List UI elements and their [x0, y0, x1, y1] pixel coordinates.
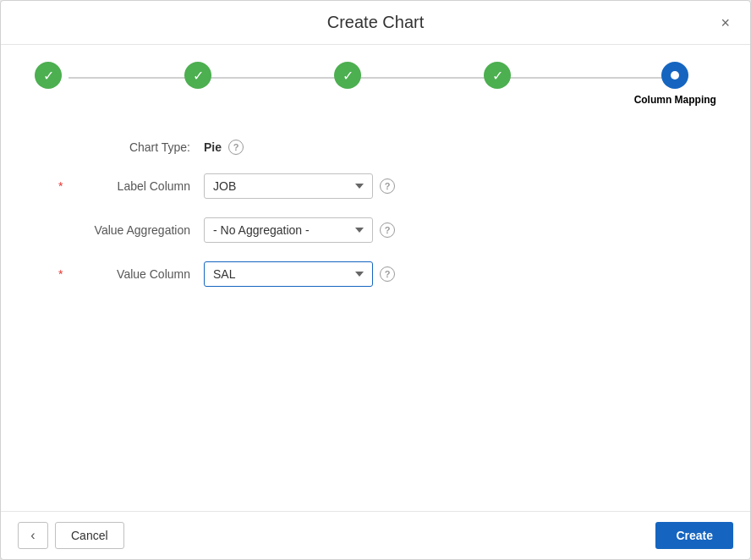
label-column-help-icon[interactable]: ? — [380, 178, 395, 194]
step-5-circle — [661, 62, 688, 89]
step-4: ✓ — [484, 62, 511, 94]
chart-type-value-group: Pie ? — [204, 140, 244, 155]
chart-type-label: Chart Type: — [52, 140, 204, 154]
step-2-checkmark: ✓ — [193, 68, 204, 84]
value-aggregation-help-icon[interactable]: ? — [380, 222, 395, 238]
step-5-label: Column Mapping — [634, 94, 716, 106]
step-1-circle: ✓ — [35, 62, 62, 89]
value-aggregation-value-group: - No Aggregation - ? — [204, 217, 395, 243]
dialog-footer: ‹ Cancel Create — [1, 511, 750, 559]
chart-type-row: Chart Type: Pie ? — [52, 140, 699, 155]
step-2-circle: ✓ — [184, 62, 211, 89]
label-column-row: * Label Column JOB ? — [52, 173, 699, 199]
dialog-header: Create Chart × — [1, 1, 750, 45]
value-column-value-group: SAL ? — [204, 261, 395, 287]
label-column-label: * Label Column — [52, 179, 204, 193]
step-5: Column Mapping — [634, 62, 716, 106]
step-4-checkmark: ✓ — [492, 68, 503, 84]
value-column-select[interactable]: SAL — [204, 261, 373, 287]
dialog-title: Create Chart — [327, 13, 425, 32]
label-column-value-group: JOB ? — [204, 173, 395, 199]
value-column-required: * — [58, 267, 63, 281]
value-column-label: * Value Column — [52, 267, 204, 281]
step-2: ✓ — [184, 62, 211, 94]
step-3-checkmark: ✓ — [343, 68, 354, 84]
create-button[interactable]: Create — [655, 522, 733, 549]
close-button[interactable]: × — [714, 12, 737, 34]
create-chart-dialog: Create Chart × ✓ ✓ ✓ — [0, 0, 751, 560]
value-aggregation-label: Value Aggregation — [52, 223, 204, 237]
value-column-row: * Value Column SAL ? — [52, 261, 699, 287]
footer-left: ‹ Cancel — [18, 522, 124, 549]
chart-type-value: Pie — [204, 140, 222, 154]
step-4-circle: ✓ — [484, 62, 511, 89]
label-column-required: * — [58, 179, 63, 193]
step-5-dot — [671, 71, 679, 80]
value-aggregation-row: Value Aggregation - No Aggregation - ? — [52, 217, 699, 243]
label-column-select[interactable]: JOB — [204, 173, 373, 199]
cancel-button[interactable]: Cancel — [55, 522, 124, 549]
chart-type-help-icon[interactable]: ? — [228, 140, 244, 155]
step-3: ✓ — [334, 62, 361, 94]
stepper-steps: ✓ ✓ ✓ ✓ — [35, 62, 716, 106]
form-body: Chart Type: Pie ? * Label Column JOB ? V… — [1, 114, 750, 511]
value-aggregation-select[interactable]: - No Aggregation - — [204, 217, 373, 243]
back-button[interactable]: ‹ — [18, 522, 48, 549]
step-1-checkmark: ✓ — [43, 68, 54, 84]
step-3-circle: ✓ — [334, 62, 361, 89]
step-1: ✓ — [35, 62, 62, 94]
stepper: ✓ ✓ ✓ ✓ — [1, 45, 750, 114]
value-column-help-icon[interactable]: ? — [380, 266, 395, 282]
